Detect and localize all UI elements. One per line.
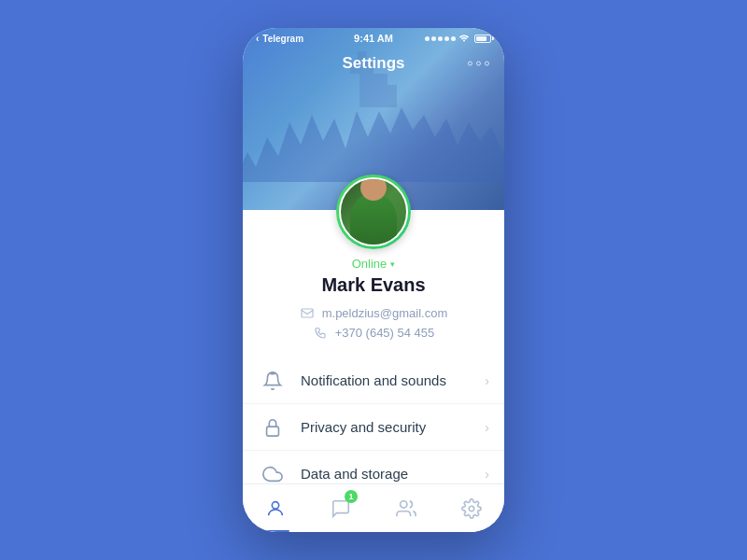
back-arrow: ‹ — [256, 34, 259, 44]
battery-icon — [474, 35, 491, 43]
tab-contacts[interactable] — [374, 484, 439, 532]
svg-rect-1 — [270, 371, 275, 374]
data-label: Data and storage — [301, 466, 485, 482]
privacy-label: Privacy and security — [301, 419, 485, 435]
svg-point-6 — [401, 500, 407, 507]
avatar — [339, 177, 408, 246]
profile-phone-row: +370 (645) 54 455 — [313, 325, 435, 340]
tab-chats[interactable]: 1 — [308, 484, 374, 532]
contacts-tab-icon — [395, 497, 417, 520]
wifi-icon — [458, 33, 470, 44]
lock-icon — [258, 413, 288, 442]
settings-item-data[interactable]: Data and storage › — [243, 451, 504, 483]
email-icon — [300, 305, 315, 320]
chevron-down-icon: ▾ — [390, 259, 395, 269]
settings-item-notifications[interactable]: Notification and sounds › — [243, 357, 504, 404]
profile-email: m.peldzius@gmail.com — [322, 306, 448, 320]
online-label: Online — [352, 257, 388, 271]
tab-profile[interactable] — [243, 484, 308, 532]
svg-point-5 — [272, 501, 278, 508]
page-title: Settings — [342, 54, 404, 73]
bell-icon — [258, 366, 288, 396]
avatar-head — [360, 177, 387, 201]
status-time: 9:41 AM — [354, 33, 393, 44]
status-bar: ‹ Telegram 9:41 AM — [243, 28, 504, 49]
avatar-body — [350, 193, 397, 245]
phone-frame: ‹ Telegram 9:41 AM Setti — [243, 28, 504, 532]
avatar-ring — [336, 175, 411, 249]
chevron-right-icon: › — [485, 420, 489, 435]
profile-name: Mark Evans — [321, 274, 425, 296]
chats-badge: 1 — [345, 490, 358, 503]
profile-email-row: m.peldzius@gmail.com — [300, 305, 448, 320]
cloud-icon — [258, 459, 288, 484]
profile-tab-icon — [264, 497, 287, 520]
profile-phone: +370 (645) 54 455 — [335, 326, 435, 340]
settings-tab-icon — [460, 497, 483, 520]
header-section: Settings — [243, 28, 504, 210]
carrier-label: Telegram — [262, 34, 303, 44]
chevron-right-icon: › — [485, 373, 489, 388]
svg-point-7 — [469, 506, 474, 511]
tab-bar: 1 — [243, 483, 504, 532]
avatar-container[interactable] — [336, 175, 411, 249]
svg-rect-0 — [302, 309, 313, 317]
phone-icon — [313, 325, 328, 340]
status-right — [425, 33, 491, 44]
avatar-person — [341, 179, 406, 245]
online-status[interactable]: Online ▾ — [352, 257, 396, 271]
svg-rect-2 — [267, 427, 279, 436]
status-left: ‹ Telegram — [256, 34, 303, 44]
chevron-right-icon: › — [485, 467, 489, 482]
header-action-dots[interactable] — [468, 62, 489, 66]
notifications-label: Notification and sounds — [301, 372, 485, 388]
settings-item-privacy[interactable]: Privacy and security › — [243, 404, 504, 451]
settings-list: Notification and sounds › Privacy and se… — [243, 357, 504, 483]
tab-settings[interactable] — [439, 484, 504, 532]
signal-icon — [425, 36, 456, 41]
header-title-bar: Settings — [243, 49, 504, 78]
